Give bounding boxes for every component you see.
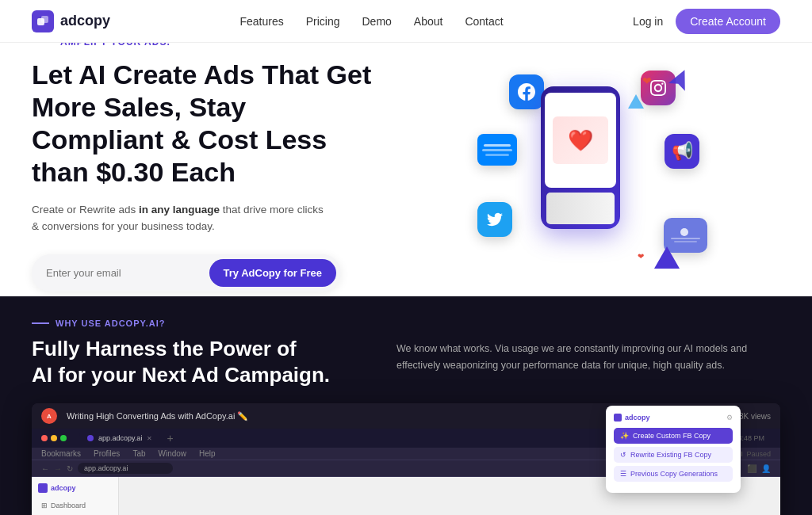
browser-content: adcopy ⊞ Dashboard adcopy ⚙ ✨ [32, 477, 780, 515]
browser-menu-profiles[interactable]: Profiles [94, 449, 120, 458]
login-button[interactable]: Log in [633, 15, 663, 28]
hero-headline-line4: than $0.30 Each [32, 157, 236, 187]
hero-headline: Let AI Create Ads That Get More Sales, S… [32, 59, 412, 188]
section2-headline-line2: AI for your Next Ad Campaign. [32, 363, 330, 387]
browser-menu-window[interactable]: Window [159, 449, 187, 458]
phone-mockup: ❤️ [541, 86, 620, 229]
tab-title: app.adcopy.ai [98, 434, 142, 442]
nav-pricing[interactable]: Pricing [306, 15, 340, 28]
create-icon: ✨ [620, 432, 629, 440]
section2-body: We know what works. Via usage we are con… [396, 319, 780, 387]
sidebar-logo: adcopy [38, 483, 112, 493]
popup-header: adcopy ⚙ [614, 414, 733, 422]
hero-headline-line3: Compliant & Cost Less [32, 124, 327, 154]
grid-icon: ⊞ [41, 502, 48, 509]
hero-eyebrow: AMPLIFY YOUR ADS. [32, 43, 412, 48]
section2-eyebrow: WHY USE ADCOPY.AI? [32, 319, 349, 328]
sidebar-logo-text: adcopy [51, 484, 76, 492]
rewrite-icon: ↺ [620, 451, 626, 459]
phone-screen: ❤️ [545, 93, 616, 188]
triangle-decoration-1 [654, 246, 680, 269]
hero-headline-line2: More Sales, Stay [32, 92, 246, 122]
tab-favicon [87, 435, 94, 441]
speaker-icon: 📢 [665, 134, 699, 169]
section2-headline: Fully Harness the Power of AI for your N… [32, 336, 349, 387]
popup-logo-text: adcopy [614, 414, 650, 422]
heart-decoration: ❤ [642, 74, 652, 87]
email-form: Try AdCopy for Free [32, 254, 341, 292]
try-free-button[interactable]: Try AdCopy for Free [209, 259, 336, 287]
section2-headline-line1: Fully Harness the Power of [32, 337, 297, 360]
create-fb-copy-button[interactable]: ✨ Create Custom FB Copy [614, 428, 733, 444]
browser-sidebar: adcopy ⊞ Dashboard [32, 477, 119, 515]
browser-menu-help[interactable]: Help [199, 449, 216, 458]
video-channel-avatar: A [41, 408, 57, 424]
paused-badge: ⏸ Paused [737, 450, 771, 458]
profile-icon: 👤 [761, 464, 771, 473]
new-tab-button[interactable]: + [167, 432, 173, 444]
create-fb-copy-label: Create Custom FB Copy [633, 432, 710, 440]
active-browser-tab[interactable]: app.adcopy.ai ✕ [79, 433, 160, 444]
hero-subtext: Create or Rewrite ads in any language th… [32, 201, 333, 235]
section2-eyebrow-text: WHY USE ADCOPY.AI? [56, 319, 165, 328]
browser-menu-tab[interactable]: Tab [132, 449, 145, 458]
hero-sub-pre: Create or Rewrite ads [32, 204, 139, 216]
back-button[interactable]: ← [41, 464, 49, 473]
header: adcopy Features Pricing Demo About Conta… [0, 0, 812, 43]
section2-body-text: We know what works. Via usage we are con… [396, 341, 780, 375]
facebook-icon [509, 74, 544, 109]
message-icon [477, 134, 517, 166]
popup-settings-icon[interactable]: ⚙ [726, 414, 733, 422]
small-heart-decoration: ❤ [638, 252, 644, 261]
refresh-button[interactable]: ↻ [67, 464, 73, 473]
popup-logo-icon [614, 414, 622, 422]
hero-illustration: ❤️ 📢 [469, 71, 723, 277]
hero-left: AMPLIFY YOUR ADS. Let AI Create Ads That… [32, 43, 412, 296]
sidebar-dashboard[interactable]: ⊞ Dashboard [38, 499, 112, 512]
nav-contact[interactable]: Contact [465, 15, 503, 28]
forward-button[interactable]: → [54, 464, 62, 473]
hero-right: ❤️ 📢 [412, 63, 780, 284]
create-account-button[interactable]: Create Account [676, 9, 780, 34]
section2: WHY USE ADCOPY.AI? Fully Harness the Pow… [0, 296, 812, 515]
email-input[interactable] [46, 267, 209, 279]
eyebrow-line2 [32, 322, 49, 324]
close-window-button[interactable] [41, 435, 48, 441]
hero-eyebrow-text: AMPLIFY YOUR ADS. [60, 43, 170, 48]
minimize-window-button[interactable] [51, 435, 57, 441]
hero-sub-bold: in any language [139, 204, 220, 216]
address-input[interactable] [78, 463, 173, 474]
nav-demo[interactable]: Demo [362, 15, 391, 28]
main-nav: Features Pricing Demo About Contact [239, 15, 503, 28]
video-title-text: Writing High Converting Ads with AdCopy.… [67, 411, 248, 422]
previous-generations-label: Previous Copy Generations [630, 470, 718, 478]
browser-menu-home[interactable]: Bookmarks [41, 449, 81, 458]
nav-features[interactable]: Features [239, 15, 283, 28]
triangle-decoration-2 [628, 94, 644, 109]
dashboard-label: Dashboard [51, 502, 86, 509]
sidebar-logo-icon [38, 483, 48, 493]
hero-section: AMPLIFY YOUR ADS. Let AI Create Ads That… [0, 43, 812, 296]
section2-top: WHY USE ADCOPY.AI? Fully Harness the Pow… [32, 319, 780, 387]
twitter-icon [477, 202, 512, 237]
maximize-window-button[interactable] [60, 435, 67, 441]
nav-about[interactable]: About [414, 15, 443, 28]
logo-text: adcopy [60, 13, 110, 29]
section2-left: WHY USE ADCOPY.AI? Fully Harness the Pow… [32, 319, 349, 387]
rewrite-fb-copy-button[interactable]: ↺ Rewrite Existing FB Copy [614, 447, 733, 463]
header-actions: Log in Create Account [633, 9, 780, 34]
video-title: Writing High Converting Ads with AdCopy.… [67, 411, 607, 422]
extensions-icon: ⬛ [747, 464, 756, 473]
previous-generations-button[interactable]: ☰ Previous Copy Generations [614, 466, 733, 482]
window-controls [41, 435, 67, 441]
svg-rect-1 [41, 16, 48, 23]
popup-logo-label: adcopy [625, 414, 650, 422]
tab-close-button[interactable]: ✕ [147, 435, 152, 442]
adcopy-popup: adcopy ⚙ ✨ Create Custom FB Copy ↺ Rewri… [606, 406, 741, 493]
list-icon: ☰ [620, 470, 626, 478]
hero-headline-line1: Let AI Create Ads That Get [32, 59, 371, 90]
logo-icon [32, 10, 54, 32]
browser-mockup: A Writing High Converting Ads with AdCop… [32, 403, 780, 515]
logo[interactable]: adcopy [32, 10, 110, 32]
rewrite-fb-copy-label: Rewrite Existing FB Copy [630, 451, 711, 459]
